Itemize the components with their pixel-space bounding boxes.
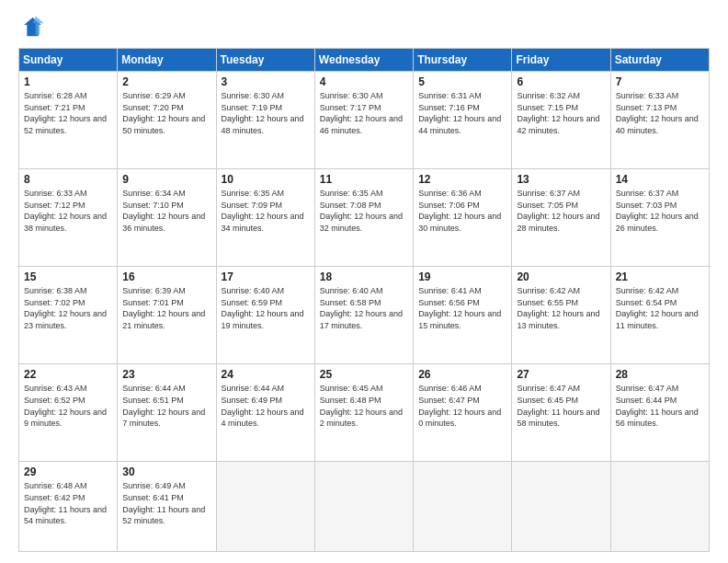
page: SundayMondayTuesdayWednesdayThursdayFrid… — [0, 0, 728, 563]
calendar-cell: 27Sunrise: 6:47 AMSunset: 6:45 PMDayligh… — [512, 364, 610, 462]
day-info: Sunrise: 6:44 AMSunset: 6:49 PMDaylight:… — [222, 384, 304, 428]
calendar-header-wednesday: Wednesday — [314, 49, 413, 72]
calendar-header-thursday: Thursday — [414, 49, 512, 72]
day-info: Sunrise: 6:47 AMSunset: 6:44 PMDaylight:… — [616, 384, 699, 428]
day-info: Sunrise: 6:28 AMSunset: 7:21 PMDaylight:… — [24, 91, 107, 135]
day-number: 22 — [24, 368, 112, 381]
day-number: 8 — [24, 173, 112, 186]
day-number: 2 — [122, 75, 210, 88]
day-number: 27 — [517, 368, 605, 381]
day-number: 3 — [222, 75, 310, 88]
calendar-table: SundayMondayTuesdayWednesdayThursdayFrid… — [18, 48, 710, 552]
calendar-cell: 1Sunrise: 6:28 AMSunset: 7:21 PMDaylight… — [19, 72, 118, 169]
day-info: Sunrise: 6:43 AMSunset: 6:52 PMDaylight:… — [24, 384, 107, 428]
calendar-cell: 12Sunrise: 6:36 AMSunset: 7:06 PMDayligh… — [414, 169, 512, 267]
day-number: 13 — [517, 173, 605, 186]
calendar-header-monday: Monday — [118, 49, 216, 72]
day-info: Sunrise: 6:41 AMSunset: 6:56 PMDaylight:… — [418, 286, 501, 330]
calendar-cell: 9Sunrise: 6:34 AMSunset: 7:10 PMDaylight… — [118, 169, 216, 267]
day-info: Sunrise: 6:42 AMSunset: 6:54 PMDaylight:… — [616, 286, 699, 330]
calendar-cell: 22Sunrise: 6:43 AMSunset: 6:52 PMDayligh… — [19, 364, 118, 462]
calendar-cell: 28Sunrise: 6:47 AMSunset: 6:44 PMDayligh… — [610, 364, 709, 462]
calendar-header-row: SundayMondayTuesdayWednesdayThursdayFrid… — [19, 49, 710, 72]
day-info: Sunrise: 6:39 AMSunset: 7:01 PMDaylight:… — [122, 286, 205, 330]
calendar-cell: 29Sunrise: 6:48 AMSunset: 6:42 PMDayligh… — [19, 462, 118, 552]
calendar-cell: 25Sunrise: 6:45 AMSunset: 6:48 PMDayligh… — [314, 364, 413, 462]
calendar-cell: 30Sunrise: 6:49 AMSunset: 6:41 PMDayligh… — [118, 462, 216, 552]
day-number: 6 — [517, 75, 605, 88]
logo-icon — [18, 15, 44, 40]
calendar-cell — [314, 462, 413, 552]
day-info: Sunrise: 6:45 AMSunset: 6:48 PMDaylight:… — [320, 384, 403, 428]
calendar-header-tuesday: Tuesday — [216, 49, 314, 72]
calendar-cell: 11Sunrise: 6:35 AMSunset: 7:08 PMDayligh… — [314, 169, 413, 267]
day-number: 23 — [122, 368, 210, 381]
day-number: 4 — [320, 75, 408, 88]
day-number: 5 — [418, 75, 506, 88]
calendar-week-5: 29Sunrise: 6:48 AMSunset: 6:42 PMDayligh… — [19, 462, 710, 552]
day-number: 11 — [320, 173, 408, 186]
day-info: Sunrise: 6:35 AMSunset: 7:08 PMDaylight:… — [320, 189, 403, 233]
day-number: 14 — [616, 173, 704, 186]
calendar-week-2: 8Sunrise: 6:33 AMSunset: 7:12 PMDaylight… — [19, 169, 710, 267]
day-info: Sunrise: 6:46 AMSunset: 6:47 PMDaylight:… — [418, 384, 501, 428]
day-number: 30 — [122, 465, 210, 478]
calendar-cell: 7Sunrise: 6:33 AMSunset: 7:13 PMDaylight… — [610, 72, 709, 169]
day-number: 1 — [24, 75, 112, 88]
calendar-cell: 10Sunrise: 6:35 AMSunset: 7:09 PMDayligh… — [216, 169, 314, 267]
day-info: Sunrise: 6:33 AMSunset: 7:13 PMDaylight:… — [616, 91, 699, 135]
day-info: Sunrise: 6:49 AMSunset: 6:41 PMDaylight:… — [122, 481, 205, 525]
header — [18, 15, 710, 40]
day-number: 17 — [222, 270, 310, 283]
calendar-cell: 15Sunrise: 6:38 AMSunset: 7:02 PMDayligh… — [19, 267, 118, 364]
day-number: 15 — [24, 270, 112, 283]
calendar-cell: 17Sunrise: 6:40 AMSunset: 6:59 PMDayligh… — [216, 267, 314, 364]
day-number: 28 — [616, 368, 704, 381]
calendar-cell: 21Sunrise: 6:42 AMSunset: 6:54 PMDayligh… — [610, 267, 709, 364]
calendar-cell: 24Sunrise: 6:44 AMSunset: 6:49 PMDayligh… — [216, 364, 314, 462]
day-info: Sunrise: 6:40 AMSunset: 6:59 PMDaylight:… — [222, 286, 304, 330]
day-number: 24 — [222, 368, 310, 381]
calendar-cell — [216, 462, 314, 552]
calendar-cell: 26Sunrise: 6:46 AMSunset: 6:47 PMDayligh… — [414, 364, 512, 462]
day-number: 25 — [320, 368, 408, 381]
calendar-cell: 13Sunrise: 6:37 AMSunset: 7:05 PMDayligh… — [512, 169, 610, 267]
calendar-cell — [512, 462, 610, 552]
calendar-week-1: 1Sunrise: 6:28 AMSunset: 7:21 PMDaylight… — [19, 72, 710, 169]
day-number: 10 — [222, 173, 310, 186]
calendar-cell: 4Sunrise: 6:30 AMSunset: 7:17 PMDaylight… — [314, 72, 413, 169]
calendar-cell: 23Sunrise: 6:44 AMSunset: 6:51 PMDayligh… — [118, 364, 216, 462]
calendar-cell: 20Sunrise: 6:42 AMSunset: 6:55 PMDayligh… — [512, 267, 610, 364]
calendar-cell: 5Sunrise: 6:31 AMSunset: 7:16 PMDaylight… — [414, 72, 512, 169]
day-info: Sunrise: 6:37 AMSunset: 7:05 PMDaylight:… — [517, 189, 599, 233]
day-info: Sunrise: 6:38 AMSunset: 7:02 PMDaylight:… — [24, 286, 107, 330]
day-info: Sunrise: 6:30 AMSunset: 7:19 PMDaylight:… — [222, 91, 304, 135]
day-info: Sunrise: 6:47 AMSunset: 6:45 PMDaylight:… — [517, 384, 599, 428]
calendar-cell: 19Sunrise: 6:41 AMSunset: 6:56 PMDayligh… — [414, 267, 512, 364]
day-info: Sunrise: 6:31 AMSunset: 7:16 PMDaylight:… — [418, 91, 501, 135]
calendar-cell: 2Sunrise: 6:29 AMSunset: 7:20 PMDaylight… — [118, 72, 216, 169]
calendar-header-sunday: Sunday — [19, 49, 118, 72]
day-number: 18 — [320, 270, 408, 283]
calendar-cell: 6Sunrise: 6:32 AMSunset: 7:15 PMDaylight… — [512, 72, 610, 169]
day-number: 29 — [24, 465, 112, 478]
calendar-cell: 3Sunrise: 6:30 AMSunset: 7:19 PMDaylight… — [216, 72, 314, 169]
day-info: Sunrise: 6:44 AMSunset: 6:51 PMDaylight:… — [122, 384, 205, 428]
day-info: Sunrise: 6:42 AMSunset: 6:55 PMDaylight:… — [517, 286, 599, 330]
day-number: 21 — [616, 270, 704, 283]
day-number: 20 — [517, 270, 605, 283]
day-info: Sunrise: 6:34 AMSunset: 7:10 PMDaylight:… — [122, 189, 205, 233]
day-number: 19 — [418, 270, 506, 283]
day-info: Sunrise: 6:36 AMSunset: 7:06 PMDaylight:… — [418, 189, 501, 233]
calendar-week-4: 22Sunrise: 6:43 AMSunset: 6:52 PMDayligh… — [19, 364, 710, 462]
logo — [18, 15, 48, 40]
calendar-cell: 18Sunrise: 6:40 AMSunset: 6:58 PMDayligh… — [314, 267, 413, 364]
calendar-cell: 8Sunrise: 6:33 AMSunset: 7:12 PMDaylight… — [19, 169, 118, 267]
day-info: Sunrise: 6:29 AMSunset: 7:20 PMDaylight:… — [122, 91, 205, 135]
day-info: Sunrise: 6:37 AMSunset: 7:03 PMDaylight:… — [616, 189, 699, 233]
day-number: 16 — [122, 270, 210, 283]
day-info: Sunrise: 6:33 AMSunset: 7:12 PMDaylight:… — [24, 189, 107, 233]
day-info: Sunrise: 6:30 AMSunset: 7:17 PMDaylight:… — [320, 91, 403, 135]
day-info: Sunrise: 6:32 AMSunset: 7:15 PMDaylight:… — [517, 91, 599, 135]
calendar-cell — [610, 462, 709, 552]
